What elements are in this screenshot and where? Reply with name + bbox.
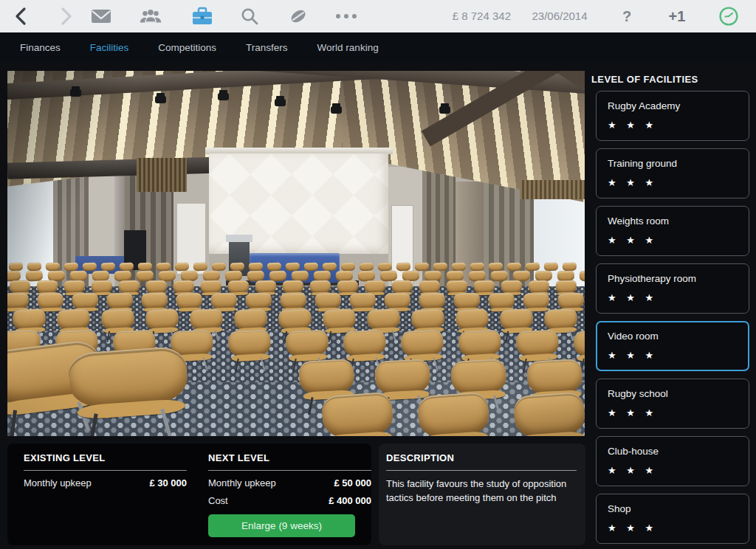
description-title: DESCRIPTION: [386, 452, 577, 463]
club-balance: £ 8 724 342: [428, 0, 511, 32]
top-toolbar: £ 8 724 342 23/06/2014 ? +1: [0, 0, 756, 32]
nav-tabs: FinancesFacilitiesCompetitionsTransfersW…: [0, 32, 756, 62]
level-row: Monthly upkeep£ 30 000: [24, 477, 187, 488]
chair: [228, 330, 272, 373]
facility-card-weights-room[interactable]: Weights room★ ★ ★: [596, 206, 749, 256]
level-row: Monthly upkeep£ 50 000: [208, 477, 371, 488]
tab-world-ranking[interactable]: World ranking: [317, 42, 379, 53]
photo-podium-top: [226, 235, 252, 242]
level-row: Cost£ 400 000: [208, 495, 371, 506]
mail-icon[interactable]: [89, 4, 113, 28]
level-row-value: £ 400 000: [329, 495, 371, 506]
tab-facilities[interactable]: Facilities: [90, 42, 129, 53]
photo-spotlight: [155, 96, 166, 103]
sidebar-title: LEVEL OF FACILITIES: [591, 74, 756, 85]
photo-wood-slats: [520, 180, 585, 199]
level-row-label: Monthly upkeep: [208, 477, 276, 488]
description-panel: DESCRIPTION This facility favours the st…: [379, 443, 585, 545]
facility-card-physiotherapy-room[interactable]: Physiotherapy room★ ★ ★: [596, 263, 749, 314]
chair: [321, 392, 396, 436]
forward-icon[interactable]: [55, 4, 78, 28]
help-button[interactable]: ?: [617, 0, 636, 32]
rugby-ball-icon[interactable]: [286, 4, 310, 28]
facilities-sidebar: LEVEL OF FACILITIES Rugby Academy★ ★ ★Tr…: [588, 71, 756, 549]
tab-competitions[interactable]: Competitions: [158, 42, 216, 53]
facility-stars: ★ ★ ★: [608, 292, 749, 303]
facility-name: Video room: [608, 331, 748, 342]
photo-spotlight: [331, 106, 342, 114]
level-row-label: Monthly upkeep: [24, 477, 92, 488]
tab-transfers[interactable]: Transfers: [246, 42, 288, 53]
next-level-title: NEXT LEVEL: [208, 452, 371, 463]
existing-level-panel: EXISTING LEVEL Monthly upkeep£ 30 000: [24, 443, 187, 545]
level-row-value: £ 30 000: [149, 477, 187, 488]
squad-icon[interactable]: [139, 4, 162, 28]
facility-card-training-ground[interactable]: Training ground★ ★ ★: [596, 148, 749, 198]
divider: [386, 470, 577, 471]
clock-icon[interactable]: [717, 4, 740, 28]
facility-name: Club-house: [608, 446, 749, 457]
facility-stars: ★ ★ ★: [608, 522, 749, 534]
app-window: £ 8 724 342 23/06/2014 ? +1 FinancesFaci…: [0, 0, 756, 549]
level-row-label: Cost: [208, 495, 228, 506]
facility-stars: ★ ★ ★: [608, 177, 749, 188]
tab-finances[interactable]: Finances: [20, 42, 61, 53]
facility-stars: ★ ★ ★: [608, 465, 749, 476]
advance-day-button[interactable]: +1: [663, 0, 691, 32]
existing-level-title: EXISTING LEVEL: [24, 452, 187, 463]
facility-name: Rugby Academy: [608, 100, 749, 111]
divider: [208, 470, 371, 471]
facility-stars: ★ ★ ★: [608, 235, 749, 246]
facility-name: Rugby school: [608, 388, 749, 399]
search-icon[interactable]: [238, 4, 261, 28]
chair: [67, 346, 191, 436]
facility-card-shop[interactable]: Shop★ ★ ★: [596, 494, 749, 544]
facility-name: Weights room: [608, 215, 749, 227]
facility-photo: [7, 71, 585, 436]
back-icon[interactable]: [9, 4, 32, 28]
level-row-value: £ 50 000: [334, 477, 371, 488]
photo-spotlight: [218, 93, 229, 100]
facility-list: Rugby Academy★ ★ ★Training ground★ ★ ★We…: [596, 91, 749, 549]
facility-name: Shop: [608, 503, 749, 514]
game-date: 23/06/2014: [526, 0, 594, 32]
divider: [24, 470, 187, 471]
chair: [580, 271, 585, 288]
facility-stars: ★ ★ ★: [608, 407, 749, 418]
facility-card-club-house[interactable]: Club-house★ ★ ★: [596, 436, 749, 486]
levels-panel: EXISTING LEVEL Monthly upkeep£ 30 000 NE…: [7, 443, 371, 545]
facility-name: Physiotherapy room: [608, 273, 749, 284]
photo-spotlight: [70, 89, 81, 97]
description-text: This facility favours the study of oppos…: [386, 477, 577, 505]
photo-spotlight: [275, 99, 286, 106]
enlarge-button[interactable]: Enlarge (9 weeks): [208, 514, 355, 537]
photo-spotlight: [439, 106, 450, 114]
facility-stars: ★ ★ ★: [608, 350, 748, 361]
chair: [417, 392, 492, 436]
next-level-panel: NEXT LEVEL Monthly upkeep£ 50 000Cost£ 4…: [208, 443, 371, 545]
facility-name: Training ground: [608, 158, 749, 169]
facility-card-rugby-academy[interactable]: Rugby Academy★ ★ ★: [596, 91, 749, 141]
facility-stars: ★ ★ ★: [608, 120, 749, 131]
facilities-briefcase-icon[interactable]: [190, 4, 214, 28]
facility-card-video-room[interactable]: Video room★ ★ ★: [596, 321, 749, 371]
more-icon[interactable]: [334, 4, 358, 28]
facility-card-rugby-school[interactable]: Rugby school★ ★ ★: [596, 379, 749, 429]
chair: [513, 392, 585, 436]
photo-wood-slats: [137, 158, 187, 192]
